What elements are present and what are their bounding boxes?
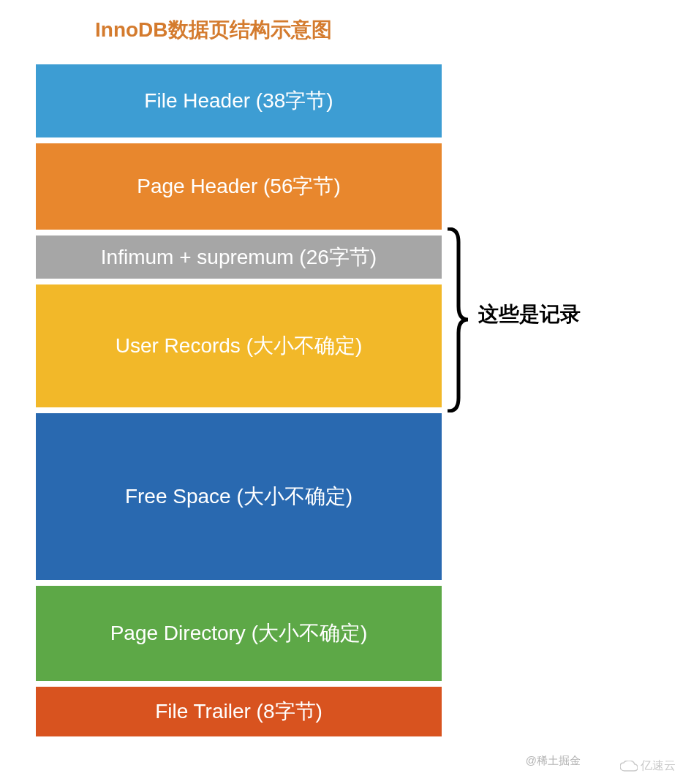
watermark-juejin: @稀土掘金 <box>526 754 581 768</box>
cloud-icon <box>620 761 638 772</box>
user-records-block: User Records (大小不确定) <box>36 284 442 407</box>
free-space-block: Free Space (大小不确定) <box>36 413 442 580</box>
watermark-yisu-text: 亿速云 <box>641 758 676 774</box>
records-annotation: 这些是记录 <box>478 301 581 328</box>
page-directory-block: Page Directory (大小不确定) <box>36 586 442 681</box>
page-structure-container: File Header (38字节) Page Header (56字节) In… <box>36 64 442 736</box>
page-header-block: Page Header (56字节) <box>36 143 442 230</box>
infimum-supremum-block: Infimum + supremum (26字节) <box>36 235 442 279</box>
file-trailer-block: File Trailer (8字节) <box>36 687 442 736</box>
curly-brace-icon <box>448 227 469 412</box>
watermark-yisu: 亿速云 <box>620 758 676 774</box>
file-header-block: File Header (38字节) <box>36 64 442 137</box>
diagram-title: InnoDB数据页结构示意图 <box>95 16 332 44</box>
